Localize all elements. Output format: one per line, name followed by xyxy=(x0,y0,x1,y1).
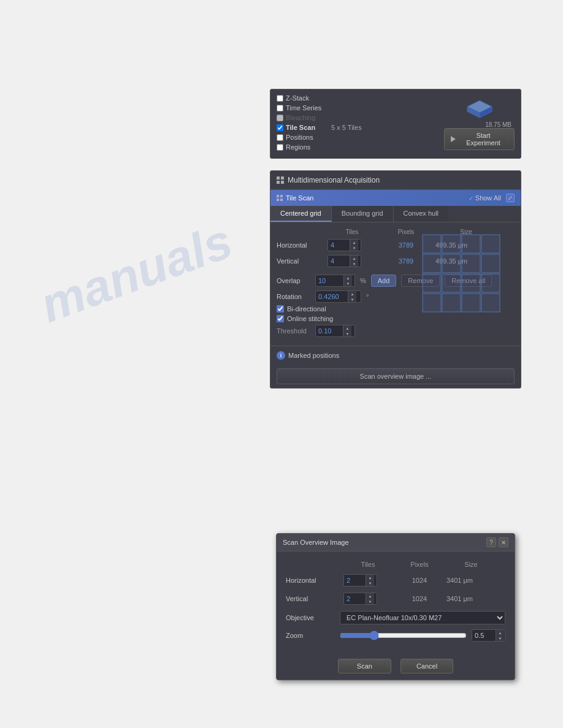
rotation-spinner[interactable]: ▲ ▼ xyxy=(315,290,361,303)
grid-icon xyxy=(277,176,284,184)
online-stitching-checkbox[interactable] xyxy=(277,315,284,322)
time-series-label[interactable]: Time Series xyxy=(277,104,321,112)
regions-label[interactable]: Regions xyxy=(277,143,310,151)
dialog-title: Scan Overview Image xyxy=(283,539,349,546)
multidimensional-acquisition-panel: Multidimensional Acquisition Tile Scan ✓… xyxy=(270,170,521,389)
dialog-vertical-row: Vertical ▲ ▼ 1024 3401 μm xyxy=(286,593,505,605)
dialog-title-bar: Scan Overview Image ? ✕ xyxy=(277,534,515,552)
dialog-vertical-label: Vertical xyxy=(286,595,341,602)
vertical-tiles-input[interactable] xyxy=(328,257,350,265)
horizontal-tiles-input[interactable] xyxy=(328,241,350,249)
positions-label[interactable]: Positions xyxy=(277,134,313,141)
dialog-help-button[interactable]: ? xyxy=(486,537,496,547)
scan-button[interactable]: Scan xyxy=(338,659,391,673)
scan-overview-image-button[interactable]: Scan overview image ... xyxy=(277,368,515,384)
vertical-tiles-down[interactable]: ▼ xyxy=(350,261,358,267)
objective-select[interactable]: EC Plan-Neofluar 10x/0.30 M27 xyxy=(340,611,505,624)
threshold-label: Threshold xyxy=(277,327,310,335)
tab-centered-grid[interactable]: Centered grid xyxy=(270,206,332,222)
overlap-down[interactable]: ▼ xyxy=(344,281,352,286)
expand-icon[interactable]: ⤢ xyxy=(506,194,515,202)
panel1-right-section: 18.75 MB Start Experiment xyxy=(444,93,515,150)
watermark: manuals xyxy=(33,213,239,333)
horizontal-tiles-down[interactable]: ▼ xyxy=(350,245,358,251)
overlap-unit: % xyxy=(360,277,366,284)
dialog-horizontal-size: 3401 μm xyxy=(446,577,496,584)
threshold-input[interactable] xyxy=(316,327,343,335)
overlap-arrows: ▲ ▼ xyxy=(343,275,352,286)
dialog-vertical-input[interactable] xyxy=(344,595,366,602)
svg-rect-16 xyxy=(442,294,461,312)
scan-overview-dialog: Scan Overview Image ? ✕ Tiles Pixels Siz… xyxy=(276,533,515,680)
horizontal-tiles-spinner[interactable]: ▲ ▼ xyxy=(327,239,377,251)
acquisition-body: Tiles Pixels Size Horizontal ▲ ▼ xyxy=(270,222,521,346)
zoom-spinner[interactable]: ▲ ▼ xyxy=(472,629,505,642)
overlap-input[interactable] xyxy=(316,277,343,284)
time-series-checkbox[interactable] xyxy=(277,105,283,112)
bleaching-checkbox[interactable] xyxy=(277,115,283,121)
dialog-controls: ? ✕ xyxy=(486,537,508,547)
zoom-input[interactable] xyxy=(472,632,496,639)
objective-row: Objective EC Plan-Neofluar 10x/0.30 M27 xyxy=(286,611,505,624)
threshold-down[interactable]: ▼ xyxy=(343,331,351,336)
dialog-horizontal-pixels: 1024 xyxy=(395,577,444,584)
start-experiment-button[interactable]: Start Experiment xyxy=(444,128,515,150)
marked-positions-label: Marked positions xyxy=(288,352,339,359)
dialog-horizontal-spinner[interactable]: ▲ ▼ xyxy=(343,574,393,586)
tile-scan-label-check[interactable]: Tile Scan xyxy=(277,124,315,131)
positions-checkbox[interactable] xyxy=(277,134,283,141)
rotation-up[interactable]: ▲ xyxy=(348,291,356,297)
z-stack-label[interactable]: Z-Stack xyxy=(277,94,309,102)
dialog-vertical-up[interactable]: ▲ xyxy=(366,593,374,599)
dialog-horizontal-input[interactable] xyxy=(344,577,366,584)
rotation-down[interactable]: ▼ xyxy=(348,297,356,302)
rotation-arrows: ▲ ▼ xyxy=(348,291,356,302)
svg-rect-5 xyxy=(462,235,480,253)
rotation-input[interactable] xyxy=(316,293,348,300)
zoom-arrows: ▲ ▼ xyxy=(496,630,504,641)
dialog-horizontal-down[interactable]: ▼ xyxy=(366,580,374,586)
tab-convex-hull[interactable]: Convex hull xyxy=(394,206,448,222)
online-stitching-label: Online stitching xyxy=(287,315,333,322)
col-header-tiles: Tiles xyxy=(327,229,377,235)
dialog-horizontal-up[interactable]: ▲ xyxy=(366,575,374,580)
tile-count: 5 x 5 Tiles xyxy=(331,124,362,131)
threshold-spinner[interactable]: ▲ ▼ xyxy=(315,325,355,337)
cancel-button[interactable]: Cancel xyxy=(400,659,453,673)
play-icon xyxy=(451,136,456,142)
zoom-down[interactable]: ▼ xyxy=(496,635,504,641)
vertical-tiles-up[interactable]: ▲ xyxy=(350,256,358,261)
tile-scan-bar: Tile Scan ✓ Show All ⤢ xyxy=(270,190,521,206)
vertical-tiles-arrows: ▲ ▼ xyxy=(350,256,358,267)
svg-rect-8 xyxy=(442,254,461,273)
dialog-col-size: Size xyxy=(446,561,496,568)
overlap-spinner[interactable]: ▲ ▼ xyxy=(315,275,355,287)
bidirectional-checkbox[interactable] xyxy=(277,305,284,313)
z-stack-checkbox[interactable] xyxy=(277,95,283,102)
threshold-arrows: ▲ ▼ xyxy=(343,325,351,336)
dialog-col-pixels: Pixels xyxy=(395,561,444,568)
add-button[interactable]: Add xyxy=(371,275,397,287)
threshold-up[interactable]: ▲ xyxy=(343,325,351,331)
svg-rect-13 xyxy=(462,274,480,292)
regions-checkbox[interactable] xyxy=(277,144,283,151)
zoom-up[interactable]: ▲ xyxy=(496,630,504,635)
dialog-vertical-pixels: 1024 xyxy=(395,595,444,602)
dialog-vertical-spinner[interactable]: ▲ ▼ xyxy=(343,593,393,605)
dialog-horizontal-row: Horizontal ▲ ▼ 1024 3401 μm xyxy=(286,574,505,586)
tab-bounding-grid[interactable]: Bounding grid xyxy=(332,206,394,222)
dialog-footer: Scan Cancel xyxy=(277,653,515,680)
overlap-up[interactable]: ▲ xyxy=(344,275,352,281)
vertical-tiles-spinner[interactable]: ▲ ▼ xyxy=(327,255,377,267)
dialog-vertical-down[interactable]: ▼ xyxy=(366,599,374,604)
svg-rect-4 xyxy=(442,235,461,253)
zoom-slider[interactable] xyxy=(340,631,467,640)
overlap-label: Overlap xyxy=(277,277,310,284)
dialog-body: Tiles Pixels Size Horizontal ▲ ▼ 1024 34… xyxy=(277,552,515,653)
tile-scan-checkbox[interactable] xyxy=(277,124,283,131)
dialog-close-button[interactable]: ✕ xyxy=(499,537,508,547)
svg-rect-9 xyxy=(462,254,480,273)
horizontal-tiles-up[interactable]: ▲ xyxy=(350,240,358,245)
dialog-col-tiles: Tiles xyxy=(343,561,393,568)
svg-rect-14 xyxy=(481,274,500,292)
